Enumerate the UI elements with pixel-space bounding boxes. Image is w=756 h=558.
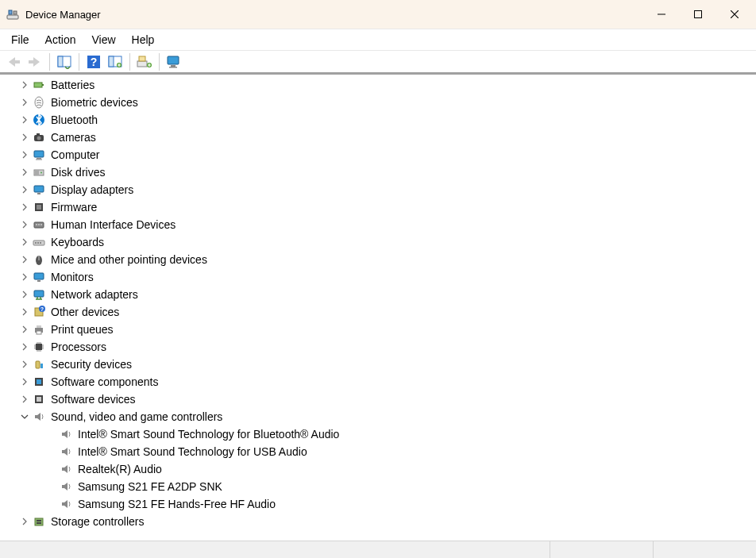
tree-item-label: Biometric devices	[49, 95, 140, 110]
tree-item-mouse[interactable]: Mice and other pointing devices	[0, 251, 756, 268]
tree-item-display[interactable]: Display adapters	[0, 181, 756, 198]
tree-item-printer[interactable]: Print queues	[0, 321, 756, 338]
biometric-icon	[32, 95, 46, 110]
svg-rect-1	[9, 10, 12, 14]
chevron-right-icon[interactable]	[17, 514, 32, 529]
tree-item-battery[interactable]: Batteries	[0, 76, 756, 94]
chevron-right-icon[interactable]	[17, 130, 32, 144]
chevron-right-icon[interactable]	[17, 113, 32, 127]
remote-computer-button[interactable]	[164, 52, 184, 71]
menu-view[interactable]: View	[83, 29, 123, 50]
chevron-right-icon[interactable]	[17, 375, 32, 389]
tree-item-hid[interactable]: Human Interface Devices	[0, 216, 756, 233]
chevron-right-icon[interactable]	[17, 217, 32, 232]
svg-rect-16	[169, 67, 177, 68]
svg-rect-15	[171, 65, 176, 67]
svg-rect-61	[37, 522, 41, 524]
tree-item-swdev[interactable]: Software devices	[0, 391, 756, 408]
tree-item-storage[interactable]: Storage controllers	[0, 513, 756, 530]
tree-item-security[interactable]: Security devices	[0, 356, 756, 373]
tree-item-computer[interactable]: Computer	[0, 146, 756, 164]
tree-item-sound[interactable]: Sound, video and game controllers	[0, 408, 756, 425]
svg-rect-26	[36, 160, 42, 160]
tree-item-sound-child[interactable]: Samsung S21 FE A2DP SNK	[0, 478, 756, 495]
tree-item-label: Mice and other pointing devices	[49, 252, 209, 267]
speaker-icon	[59, 427, 73, 441]
tree-item-label: Intel® Smart Sound Technology for Blueto…	[76, 427, 341, 441]
tree-item-label: Print queues	[49, 322, 115, 337]
maximize-button[interactable]	[680, 2, 716, 27]
window-title: Device Manager	[25, 9, 101, 21]
app-icon	[6, 8, 19, 21]
chevron-down-icon[interactable]	[17, 410, 32, 424]
chevron-right-icon	[44, 497, 59, 511]
chevron-right-icon[interactable]	[17, 340, 32, 354]
svg-rect-3	[695, 11, 702, 18]
svg-rect-43	[34, 273, 44, 279]
chevron-right-icon[interactable]	[17, 270, 32, 284]
scan-hardware-button[interactable]	[105, 52, 125, 71]
svg-rect-53	[36, 361, 40, 368]
tree-item-monitor[interactable]: Monitors	[0, 268, 756, 286]
other-icon: ?	[32, 305, 46, 319]
computer-icon	[32, 148, 46, 162]
tree-item-disk[interactable]: Disk drives	[0, 164, 756, 181]
chevron-right-icon[interactable]	[17, 165, 32, 179]
chevron-right-icon[interactable]	[17, 305, 32, 319]
tree-item-label: Software components	[49, 375, 160, 389]
chevron-right-icon[interactable]	[17, 357, 32, 371]
close-button[interactable]	[716, 2, 753, 27]
tree-item-other[interactable]: ?Other devices	[0, 303, 756, 321]
chevron-right-icon[interactable]	[17, 235, 32, 249]
monitor-icon	[32, 270, 46, 284]
back-button	[3, 52, 24, 71]
chevron-right-icon[interactable]	[17, 287, 32, 302]
minimize-button[interactable]	[643, 2, 680, 27]
add-legacy-hardware-button[interactable]	[134, 52, 155, 71]
tree-item-label: Intel® Smart Sound Technology for USB Au…	[76, 444, 309, 459]
menu-help[interactable]: Help	[124, 29, 163, 50]
speaker-icon	[59, 444, 73, 459]
tree-item-camera[interactable]: Cameras	[0, 129, 756, 146]
hid-icon	[32, 217, 46, 232]
tree-item-sound-child[interactable]: Realtek(R) Audio	[0, 460, 756, 478]
menu-action[interactable]: Action	[37, 29, 84, 50]
svg-point-28	[40, 172, 42, 174]
svg-rect-2	[14, 11, 17, 14]
tree-item-sound-child[interactable]: Intel® Smart Sound Technology for USB Au…	[0, 443, 756, 460]
bluetooth-icon	[32, 113, 46, 127]
svg-rect-33	[37, 205, 41, 210]
device-tree[interactable]: BatteriesBiometric devicesBluetoothCamer…	[0, 75, 756, 541]
chevron-right-icon[interactable]	[17, 252, 32, 267]
tree-item-firmware[interactable]: Firmware	[0, 198, 756, 216]
show-hide-console-button[interactable]	[54, 52, 75, 71]
speaker-icon	[59, 462, 73, 476]
help-button[interactable]: ?	[83, 52, 104, 71]
tree-item-sound-child[interactable]: Samsung S21 FE Hands-Free HF Audio	[0, 495, 756, 513]
tree-item-bluetooth[interactable]: Bluetooth	[0, 111, 756, 129]
chevron-right-icon[interactable]	[17, 392, 32, 406]
tree-item-label: Bluetooth	[49, 113, 99, 127]
svg-rect-54	[40, 364, 43, 368]
chevron-right-icon[interactable]	[17, 200, 32, 214]
chevron-right-icon[interactable]	[17, 95, 32, 110]
tree-item-keyboard[interactable]: Keyboards	[0, 233, 756, 251]
svg-rect-45	[34, 291, 44, 297]
tree-item-network[interactable]: Network adapters	[0, 286, 756, 303]
storage-icon	[32, 514, 46, 529]
chevron-right-icon[interactable]	[17, 148, 32, 162]
chevron-right-icon[interactable]	[17, 183, 32, 197]
tree-item-biometric[interactable]: Biometric devices	[0, 94, 756, 111]
statusbar	[0, 541, 756, 558]
tree-item-software[interactable]: Software components	[0, 373, 756, 391]
tree-item-processor[interactable]: Processors	[0, 338, 756, 356]
svg-rect-25	[37, 158, 41, 160]
tree-item-label: Other devices	[49, 305, 121, 319]
tree-item-sound-child[interactable]: Intel® Smart Sound Technology for Blueto…	[0, 425, 756, 443]
menu-file[interactable]: File	[3, 29, 37, 50]
tree-item-label: Network adapters	[49, 287, 140, 302]
svg-rect-18	[42, 84, 44, 86]
chevron-right-icon[interactable]	[17, 322, 32, 337]
svg-rect-56	[37, 379, 41, 384]
chevron-right-icon[interactable]	[17, 78, 32, 92]
